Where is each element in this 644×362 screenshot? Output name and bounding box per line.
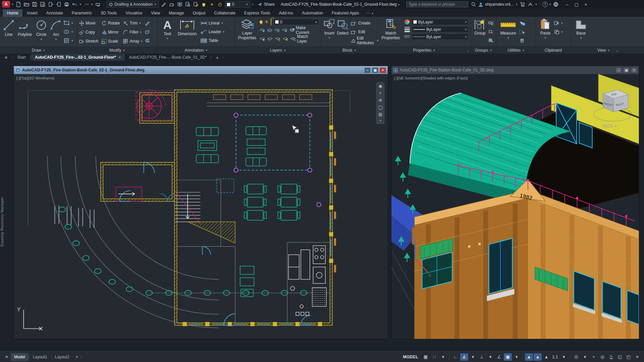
isodraft-toggle[interactable]: ⊥ <box>478 353 486 361</box>
layer-freeze-icon[interactable] <box>274 28 279 32</box>
model-tab[interactable]: Model <box>11 353 29 361</box>
quick-select-icon[interactable] <box>519 19 525 27</box>
workspace-switcher[interactable]: Drafting & Annotation ▾ <box>106 1 159 8</box>
hatch-button[interactable]: ▾ <box>64 37 73 44</box>
workspace-caret-icon[interactable]: ▾ <box>154 3 157 6</box>
child-restore-button[interactable]: ▣ <box>372 68 378 73</box>
dimension-button[interactable]: Dimension <box>176 19 198 36</box>
layer-prev-icon[interactable] <box>260 37 265 41</box>
nav-more-icon[interactable]: ▾ <box>379 119 382 122</box>
cut-icon[interactable]: ▾ <box>554 19 563 27</box>
window-3d-titlebar[interactable]: A AutoCAD-FY25_Fire-Station-Book-Cafe_01… <box>391 66 639 74</box>
layer-on-icon[interactable] <box>201 1 207 8</box>
panel-label-layers[interactable]: Layers▾ <box>235 46 321 54</box>
crosshair-toggle[interactable]: + <box>590 353 598 361</box>
share-button[interactable]: Share <box>257 2 275 7</box>
scale-button[interactable]: Scale <box>102 38 120 45</box>
child-restore-button[interactable]: ▣ <box>624 68 629 73</box>
layer-walk-icon[interactable] <box>267 37 273 41</box>
base-button[interactable]: Base▾ <box>573 19 589 40</box>
viewport-2d-label[interactable]: [-][Top][2D Wireframe] <box>16 76 54 80</box>
snap-toggle[interactable]: ∷ <box>430 353 438 361</box>
open-file-icon[interactable] <box>23 1 30 8</box>
tab-close-icon[interactable]: × <box>118 55 121 60</box>
window-minimize-button[interactable]: – <box>566 2 568 7</box>
panel-label-block[interactable]: Block▾ <box>321 46 377 54</box>
move-button[interactable]: Move <box>79 19 98 27</box>
tab-3d-tools[interactable]: 3D Tools <box>96 9 121 17</box>
nav-wheel-icon[interactable]: ◉ <box>379 84 382 88</box>
ungroup-icon[interactable] <box>488 19 494 27</box>
save-icon[interactable] <box>31 1 38 8</box>
feedback-icon[interactable] <box>552 1 559 8</box>
paste-button[interactable]: Paste▾ <box>538 19 553 40</box>
layout1-tab[interactable]: Layout1 <box>30 353 51 361</box>
layer-off-icon[interactable] <box>260 28 265 32</box>
make-current-button[interactable]: Make Current <box>289 26 319 34</box>
stretch-button[interactable]: Stretch <box>79 38 98 45</box>
annotation-scale-icon[interactable]: ▲ <box>542 353 550 361</box>
fullscreen-toggle[interactable]: ◰ <box>625 353 633 361</box>
tab-annotate[interactable]: Annotate <box>42 9 67 17</box>
search-icon[interactable] <box>470 1 477 8</box>
text-button[interactable]: A Text▾ <box>160 19 175 40</box>
layer-lock-small-icon[interactable] <box>282 28 287 32</box>
window-2d-titlebar[interactable]: A AutoCAD-FY25_Fire-Station-Book-Cafe_02… <box>14 66 388 74</box>
tab-collaborate[interactable]: Collaborate <box>210 9 240 17</box>
edit-attributes-button[interactable]: Edit Attributes▾ <box>351 37 379 44</box>
clean-screen-toggle[interactable]: ◱ <box>616 353 624 361</box>
nav-showmotion-icon[interactable]: ▤ <box>378 112 382 117</box>
model-space-badge[interactable]: MODEL <box>403 355 418 359</box>
new-file-icon[interactable] <box>15 1 22 8</box>
child-minimize-button[interactable]: – <box>616 68 622 73</box>
layer-isolate-icon[interactable] <box>267 28 272 32</box>
window-close-button[interactable]: × <box>585 2 587 7</box>
isolate-objects-toggle[interactable]: ◎ <box>598 353 606 361</box>
match-layer-button[interactable]: Match Layer <box>290 35 319 43</box>
ellipse-button[interactable]: ▾ <box>64 28 73 36</box>
color-dropdown[interactable]: ByLayer ▾ <box>412 19 469 25</box>
teapot-icon[interactable] <box>168 1 175 8</box>
qat-customize-icon[interactable]: ≡ <box>252 3 254 6</box>
panel-label-modify[interactable]: Modify▾ <box>77 47 157 54</box>
rectangle-button[interactable]: ▾ <box>64 19 73 27</box>
object-snap-toggle[interactable]: ▣ <box>504 353 512 361</box>
navigation-bar[interactable]: ◉ + ⊕ ◯ ▤ ▾ <box>376 82 384 124</box>
new-layout-button[interactable]: + <box>73 353 81 361</box>
app-store-cart-icon[interactable] <box>519 1 526 8</box>
linear-dim-button[interactable]: Linear▾ <box>201 19 225 27</box>
detect-button[interactable]: Detect <box>337 19 349 36</box>
redo-icon[interactable] <box>83 1 90 8</box>
autodesk-logo-icon[interactable] <box>527 1 534 8</box>
drawing-canvas-3d[interactable]: 1982 <box>391 74 639 339</box>
tab-insert[interactable]: Insert <box>22 9 42 17</box>
search-input[interactable] <box>406 1 468 7</box>
scale-caret-icon[interactable]: ▾ <box>560 353 568 361</box>
window-maximize-button[interactable]: ▢ <box>575 2 579 7</box>
markup-icon[interactable] <box>193 1 199 8</box>
trim-button[interactable]: Trim▾ <box>123 19 143 27</box>
ortho-toggle[interactable]: ∟ <box>451 353 460 361</box>
polar-caret-icon[interactable]: ▾ <box>469 353 477 361</box>
help-caret-icon[interactable]: ▾ <box>549 3 551 6</box>
layer-thaw-toggle-icon[interactable]: ☀ <box>265 20 269 24</box>
tab-view[interactable]: View <box>147 9 164 17</box>
application-menu-button[interactable]: A <box>2 1 10 8</box>
group-select-icon[interactable] <box>488 37 494 44</box>
group-edit-icon[interactable] <box>488 28 494 36</box>
array-button[interactable]: Array▾ <box>123 38 143 45</box>
autodesk-caret-icon[interactable]: ▾ <box>535 3 537 6</box>
arc-button[interactable]: Arc▾ <box>50 19 62 41</box>
plot-icon[interactable] <box>63 1 70 8</box>
file-tab-3d[interactable]: AutoCAD-FY25_Fire-...-Book-Cafe_01_3D* <box>125 54 210 61</box>
layout-menu-icon[interactable]: ≡ <box>3 353 11 361</box>
customization-menu-icon[interactable]: ≡ <box>633 353 641 361</box>
user-caret-icon[interactable]: ▾ <box>516 3 518 6</box>
quick-calc-select-icon[interactable] <box>519 28 525 36</box>
workspace-caret-icon[interactable]: ▾ <box>581 353 589 361</box>
tab-featured-apps[interactable]: Featured Apps <box>327 9 363 17</box>
isodraft-caret-icon[interactable]: ▾ <box>486 353 494 361</box>
circle-button[interactable]: Circle▾ <box>34 19 48 41</box>
polar-tracking-toggle[interactable]: ∡ <box>460 353 468 361</box>
match-properties-button[interactable]: Match Properties <box>380 19 402 40</box>
